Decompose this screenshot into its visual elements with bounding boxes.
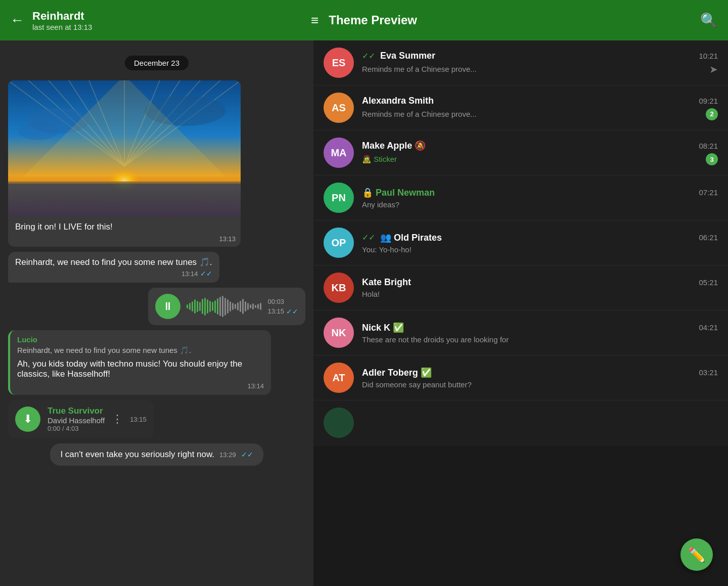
contact-name: Eva Summer xyxy=(380,51,435,61)
voice-checkmark: ✓✓ xyxy=(286,307,298,315)
contact-name-row: Kate Bright 05:21 xyxy=(362,277,718,288)
image-message: Bring it on! I LIVE for this! 13:13 xyxy=(8,80,241,247)
contact-preview-row: Reminds me of a Chinese prove... ➤ xyxy=(362,63,718,75)
contact-preview-row: These are not the droids you are looking… xyxy=(362,335,718,344)
voice-time: 13:15 xyxy=(267,307,284,315)
wave-bar xyxy=(202,299,203,314)
wave-bar xyxy=(187,304,188,308)
contact-name-row: Make Apple 🔕 08:21 xyxy=(362,140,718,151)
contact-item-eva-summer[interactable]: ES ✓✓ Eva Summer 10:21 Reminds me of a C… xyxy=(313,40,728,85)
unread-badge: 3 xyxy=(706,153,718,165)
contact-item-adler-toberg[interactable]: AT Adler Toberg ✅ 03:21 Did someone say … xyxy=(313,355,728,400)
back-button[interactable]: ← xyxy=(10,12,24,28)
avatar: PN xyxy=(324,183,354,213)
last-message: I can't even take you seriously right no… xyxy=(50,443,263,466)
wave-bar xyxy=(209,301,211,312)
contact-info: Nick K ✅ 04:21 These are not the droids … xyxy=(362,322,718,344)
music-menu-button[interactable]: ⋮ xyxy=(112,413,123,426)
music-message: ⬇ True Survivor David Hasselhoff 0:00 / … xyxy=(8,400,154,438)
last-message-checkmark: ✓✓ xyxy=(241,450,253,459)
contact-preview-row: 🧟 Sticker 3 xyxy=(362,153,718,165)
message-text: Reinhardt, we need to find you some new … xyxy=(15,257,212,267)
contacts-wrapper: ES ✓✓ Eva Summer 10:21 Reminds me of a C… xyxy=(313,40,728,586)
avatar: MA xyxy=(324,138,354,168)
contact-item-old-pirates[interactable]: OP ✓✓ 👥 Old Pirates 06:21 You: Yo-ho-ho! xyxy=(313,220,728,265)
contact-preview: You: Yo-ho-ho! xyxy=(362,245,718,254)
contact-preview: Any ideas? xyxy=(362,200,718,209)
svg-line-6 xyxy=(124,80,160,166)
wave-bar xyxy=(222,296,223,317)
contact-preview: Did someone say peanut butter? xyxy=(362,380,718,389)
contact-info: ✓✓ 👥 Old Pirates 06:21 You: Yo-ho-ho! xyxy=(362,232,718,254)
chat-messages: December 23 xyxy=(0,40,313,586)
wave-bar xyxy=(255,305,256,308)
avatar xyxy=(324,408,354,438)
contact-time: 04:21 xyxy=(699,323,718,332)
contact-preview-row: Did someone say peanut butter? xyxy=(362,380,718,389)
text-message-received: Reinhardt, we need to find you some new … xyxy=(8,252,219,283)
avatar: KB xyxy=(324,273,354,303)
wave-bar xyxy=(257,304,259,309)
contact-name-row: Adler Toberg ✅ 03:21 xyxy=(362,367,718,378)
read-checkmark: ✓✓ xyxy=(200,269,212,278)
header-left: ← Reinhardt last seen at 13:13 xyxy=(10,10,246,31)
contact-item-nick-k[interactable]: NK Nick K ✅ 04:21 These are not the droi… xyxy=(313,310,728,355)
date-badge: December 23 xyxy=(125,56,189,70)
contact-time: 07:21 xyxy=(699,188,718,197)
avatar: AT xyxy=(324,363,354,393)
pause-button[interactable]: ⏸ xyxy=(155,294,180,319)
contact-time: 09:21 xyxy=(699,97,718,105)
contact-time: 06:21 xyxy=(699,233,718,242)
hamburger-icon[interactable]: ≡ xyxy=(311,13,318,28)
contact-preview: Reminds me of a Chinese prove... xyxy=(362,65,709,73)
contact-preview: Hola! xyxy=(362,290,718,298)
svg-line-12 xyxy=(124,80,220,166)
message-image xyxy=(8,80,241,217)
wave-bar xyxy=(237,302,239,310)
svg-point-14 xyxy=(145,96,225,126)
wave-bar xyxy=(260,303,261,310)
search-icon[interactable]: 🔍 xyxy=(700,12,718,29)
wave-bar xyxy=(194,299,196,313)
avatar: OP xyxy=(324,228,354,258)
wave-bar xyxy=(230,301,231,311)
contact-name: Kate Bright xyxy=(362,277,411,288)
svg-line-10 xyxy=(69,80,124,166)
svg-line-9 xyxy=(28,80,124,166)
wave-bar xyxy=(192,301,193,311)
contact-item-make-apple[interactable]: MA Make Apple 🔕 08:21 🧟 Sticker 3 xyxy=(313,130,728,175)
wave-bar xyxy=(235,304,236,309)
svg-line-11 xyxy=(124,80,180,166)
voice-waveform xyxy=(187,296,261,317)
contact-item-paul-newman[interactable]: PN 🔒 Paul Newman 07:21 Any ideas? xyxy=(313,175,728,220)
contact-item-kate-bright[interactable]: KB Kate Bright 05:21 Hola! xyxy=(313,265,728,310)
wave-bar xyxy=(252,303,254,309)
svg-line-7 xyxy=(124,80,200,166)
contact-name: Nick K ✅ xyxy=(362,322,404,333)
svg-point-13 xyxy=(28,108,89,133)
contact-name-row: 🔒 Paul Newman 07:21 xyxy=(362,187,718,198)
contact-time: 08:21 xyxy=(699,142,718,150)
header-center: ≡ Theme Preview xyxy=(246,13,482,28)
wave-bar xyxy=(242,299,244,314)
quote-time: 13:14 xyxy=(247,382,264,390)
avatar: AS xyxy=(324,93,354,123)
compose-button[interactable]: ✏️ xyxy=(680,538,713,571)
contact-name-row: ✓✓ Eva Summer 10:21 xyxy=(362,51,718,61)
avatar: NK xyxy=(324,318,354,348)
svg-point-15 xyxy=(18,122,59,140)
image-caption: Bring it on! I LIVE for this! xyxy=(8,217,241,234)
contact-preview-row: Hola! xyxy=(362,290,718,298)
download-button[interactable]: ⬇ xyxy=(15,407,40,432)
contact-info: ✓✓ Eva Summer 10:21 Reminds me of a Chin… xyxy=(362,51,718,75)
music-info: True Survivor David Hasselhoff 0:00 / 4:… xyxy=(48,406,105,432)
unread-badge: 2 xyxy=(706,108,718,120)
contact-name: Alexandra Smith xyxy=(362,96,434,106)
contact-item-alexandra-smith[interactable]: AS Alexandra Smith 09:21 Reminds me of a… xyxy=(313,85,728,130)
contact-name: 🔒 Paul Newman xyxy=(362,187,435,198)
wave-bar xyxy=(232,303,234,310)
wave-bar xyxy=(245,301,246,311)
contact-name: Make Apple 🔕 xyxy=(362,140,426,151)
svg-rect-17 xyxy=(8,182,241,184)
contact-preview: These are not the droids you are looking… xyxy=(362,335,718,344)
